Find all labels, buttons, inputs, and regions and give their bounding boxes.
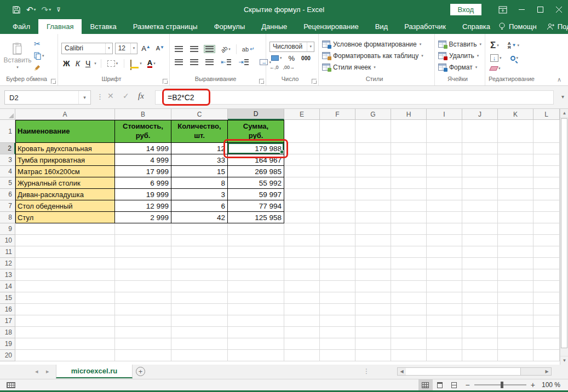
row-header-20[interactable]: 20 (0, 350, 15, 361)
cell-D6[interactable]: 59 997 (228, 189, 284, 200)
row-header-17[interactable]: 17 (0, 315, 15, 327)
cell-G12[interactable] (355, 258, 391, 269)
cell-K9[interactable] (498, 223, 533, 235)
undo-button[interactable]: ↶▾ (26, 5, 36, 15)
cell-G17[interactable] (355, 315, 391, 327)
row-header-8[interactable]: 8 (0, 212, 15, 223)
cell-L11[interactable] (533, 246, 560, 258)
cell-H4[interactable] (391, 166, 427, 177)
cell-I18[interactable] (427, 327, 462, 338)
scroll-up-arrow[interactable]: ▲ (560, 109, 568, 118)
cell-A15[interactable] (15, 292, 115, 304)
format-painter-button[interactable] (34, 64, 44, 72)
cell-E20[interactable] (284, 350, 320, 361)
cell-A11[interactable] (15, 246, 115, 258)
scroll-right-arrow[interactable]: ▶ (543, 368, 551, 375)
cell-C15[interactable] (171, 292, 228, 304)
cell-F2[interactable] (320, 143, 355, 154)
cell-F3[interactable] (320, 154, 355, 166)
cell-E3[interactable] (284, 154, 320, 166)
cell-H3[interactable] (391, 154, 427, 166)
cell-G8[interactable] (355, 212, 391, 223)
cell-D7[interactable]: 77 994 (228, 200, 284, 212)
cell-I11[interactable] (427, 246, 462, 258)
cell-G7[interactable] (355, 200, 391, 212)
cell-E8[interactable] (284, 212, 320, 223)
cell-B19[interactable] (115, 338, 171, 350)
cell-D10[interactable] (228, 235, 284, 246)
cell-E6[interactable] (284, 189, 320, 200)
tab-Формулы[interactable]: Формулы (206, 19, 254, 34)
cell-I7[interactable] (427, 200, 462, 212)
cell-C7[interactable]: 6 (171, 200, 228, 212)
cell-C4[interactable]: 15 (171, 166, 228, 177)
cell-G15[interactable] (355, 292, 391, 304)
find-select-button[interactable]: ▾ (509, 55, 520, 62)
cell-K12[interactable] (498, 258, 533, 269)
decrease-indent-button[interactable]: ⇤ (219, 57, 233, 67)
cell-J9[interactable] (462, 223, 498, 235)
cell-L7[interactable] (533, 200, 560, 212)
cell-C10[interactable] (171, 235, 228, 246)
cell-L3[interactable] (533, 154, 560, 166)
cell-L2[interactable] (533, 143, 560, 154)
cell-K7[interactable] (498, 200, 533, 212)
cell-I2[interactable] (427, 143, 462, 154)
cell-H6[interactable] (391, 189, 427, 200)
row-header-9[interactable]: 9 (0, 223, 15, 235)
cell-L6[interactable] (533, 189, 560, 200)
cell-H12[interactable] (391, 258, 427, 269)
cell-B17[interactable] (115, 315, 171, 327)
cell-B14[interactable] (115, 281, 171, 292)
cell-F15[interactable] (320, 292, 355, 304)
cell-J15[interactable] (462, 292, 498, 304)
column-header-G[interactable]: G (355, 109, 391, 120)
row-header-1[interactable]: 1 (0, 120, 15, 143)
cell-L5[interactable] (533, 177, 560, 189)
cell-E5[interactable] (284, 177, 320, 189)
page-break-view-button[interactable] (447, 379, 461, 390)
cell-K17[interactable] (498, 315, 533, 327)
cell-C11[interactable] (171, 246, 228, 258)
row-header-18[interactable]: 18 (0, 327, 15, 338)
row-header-5[interactable]: 5 (0, 177, 15, 189)
cell-F19[interactable] (320, 338, 355, 350)
row-header-14[interactable]: 14 (0, 281, 15, 292)
zoom-slider-thumb[interactable] (501, 382, 503, 388)
align-right-button[interactable] (204, 58, 215, 66)
cell-F10[interactable] (320, 235, 355, 246)
cell-styles-button[interactable]: Стили ячеек▾ (322, 62, 431, 72)
cell-A3[interactable]: Тумба прикроватная (15, 154, 115, 166)
cell-K11[interactable] (498, 246, 533, 258)
cell-G11[interactable] (355, 246, 391, 258)
cell-B1[interactable]: Стоимость, руб. (115, 120, 171, 143)
close-button[interactable] (549, 0, 568, 19)
name-box[interactable]: D2 ▾ (4, 90, 91, 105)
cell-C5[interactable]: 8 (171, 177, 228, 189)
page-layout-view-button[interactable] (433, 379, 447, 390)
save-icon[interactable] (12, 5, 21, 14)
cell-B2[interactable]: 14 999 (115, 143, 171, 154)
column-header-C[interactable]: C (171, 109, 228, 120)
cell-C8[interactable]: 42 (171, 212, 228, 223)
cell-B10[interactable] (115, 235, 171, 246)
cell-G2[interactable] (355, 143, 391, 154)
cell-D20[interactable] (228, 350, 284, 361)
maximize-button[interactable] (531, 0, 549, 19)
cell-C16[interactable] (171, 304, 228, 315)
cell-A13[interactable] (15, 269, 115, 281)
cell-E12[interactable] (284, 258, 320, 269)
cell-A4[interactable]: Матрас 160x200см (15, 166, 115, 177)
cell-K19[interactable] (498, 338, 533, 350)
cell-K14[interactable] (498, 281, 533, 292)
column-header-D[interactable]: D (228, 109, 284, 120)
cell-J10[interactable] (462, 235, 498, 246)
cell-E19[interactable] (284, 338, 320, 350)
cell-D1[interactable]: Сумма, руб. (228, 120, 284, 143)
cell-I13[interactable] (427, 269, 462, 281)
align-bottom-button[interactable] (204, 45, 215, 53)
clipboard-dialog-launcher[interactable] (51, 79, 56, 84)
cell-I4[interactable] (427, 166, 462, 177)
cell-C14[interactable] (171, 281, 228, 292)
cell-C1[interactable]: Количество, шт. (171, 120, 228, 143)
